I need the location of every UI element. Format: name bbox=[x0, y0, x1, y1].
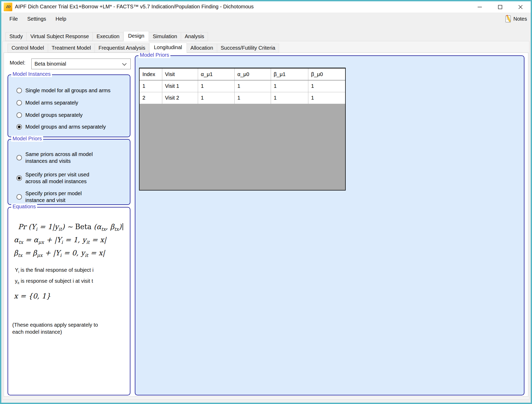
secondary-tab-strip: Control ModelTreatment ModelFrequentist … bbox=[8, 42, 279, 53]
menu-settings[interactable]: Settings bbox=[22, 13, 51, 25]
primary-tab-strip: StudyVirtual Subject ResponseExecutionDe… bbox=[5, 31, 208, 41]
radio-option-model-groups-and-arms-separate[interactable]: Model groups and arms separately bbox=[16, 123, 106, 130]
cell[interactable]: 1 bbox=[271, 80, 308, 92]
notes-label: Notes bbox=[513, 16, 527, 22]
radio-unselected-icon[interactable] bbox=[16, 155, 22, 160]
minimize-icon bbox=[477, 5, 482, 9]
model-dropdown-value: Beta binomial bbox=[34, 59, 66, 69]
group-title: Equations bbox=[11, 204, 37, 210]
column-header-1: β_μ1 bbox=[271, 68, 308, 80]
text-cursor bbox=[123, 223, 123, 230]
maximize-button[interactable] bbox=[490, 1, 510, 13]
radio-option-model-groups-separately[interactable]: Model groups separately bbox=[16, 112, 83, 118]
menu-items: FileSettingsHelp bbox=[5, 13, 71, 25]
column-header-index: Index bbox=[140, 68, 162, 80]
chevron-down-icon bbox=[122, 61, 127, 66]
table-row: 2Visit 21111 bbox=[140, 92, 345, 104]
equations-footer: (These equations apply separately toeach… bbox=[12, 321, 98, 336]
window-title: AIPF Dich Cancer Trial Ex1+Borrow +LM* -… bbox=[15, 1, 254, 13]
radio-option-single-model-for-all-groups-an[interactable]: Single model for all groups and arms bbox=[16, 87, 111, 94]
cell[interactable]: 1 bbox=[308, 80, 345, 92]
cell[interactable]: Visit 2 bbox=[162, 92, 198, 104]
group-title: Model Priors bbox=[11, 136, 43, 142]
radio-label: Specify priors per visit usedacross all … bbox=[25, 171, 89, 185]
radio-label: Same priors across all modelinstances an… bbox=[25, 151, 93, 164]
model-priors-options-group: Model Priors Same priors across all mode… bbox=[8, 139, 130, 205]
equation-beta: βtx = βμx + |Yi = 0, yit = x| bbox=[14, 249, 105, 257]
equation-note-visit-response: yit is response of subject i at visit t bbox=[15, 278, 93, 284]
tab-analysis[interactable]: Analysis bbox=[181, 32, 208, 41]
close-button[interactable] bbox=[510, 1, 531, 13]
close-icon bbox=[518, 5, 523, 9]
group-title: Model Instances bbox=[11, 71, 52, 77]
equation-alpha: αtx = αμx + |Yi = 1, yit = x| bbox=[14, 236, 106, 244]
tab-frequentist-analysis[interactable]: Frequentist Analysis bbox=[95, 44, 149, 53]
cell[interactable]: 2 bbox=[140, 92, 162, 104]
radio-option-specify-priors-per-model-insta[interactable]: Specify priors per modelinstance and vis… bbox=[16, 190, 82, 204]
titlebar: AIPF Dich Cancer Trial Ex1+Borrow +LM* -… bbox=[1, 1, 531, 13]
tab-success-futility-criteria[interactable]: Success/Futility Criteria bbox=[217, 44, 279, 53]
equation-beta-prior: Pr (Yi = 1|yit) ∼ Beta (αtx, βtx) bbox=[18, 223, 123, 231]
tab-virtual-subject-response[interactable]: Virtual Subject Response bbox=[27, 32, 93, 41]
menubar: FileSettingsHelp Notes bbox=[1, 13, 531, 25]
radio-label: Specify priors per modelinstance and vis… bbox=[25, 190, 82, 204]
tab-allocation[interactable]: Allocation bbox=[187, 44, 217, 53]
cell[interactable]: 1 bbox=[234, 92, 271, 104]
cell[interactable]: Visit 1 bbox=[162, 80, 198, 92]
column-header-1: α_μ1 bbox=[198, 68, 234, 80]
radio-option-same-priors-across-all-model-i[interactable]: Same priors across all modelinstances an… bbox=[16, 151, 93, 164]
equation-x-set: x = {0, 1} bbox=[14, 292, 51, 300]
cell[interactable]: 1 bbox=[308, 92, 345, 104]
radio-label: Single model for all groups and arms bbox=[25, 87, 111, 94]
tab-execution[interactable]: Execution bbox=[93, 32, 123, 41]
radio-option-specify-priors-per-visit-used[interactable]: Specify priors per visit usedacross all … bbox=[16, 171, 89, 185]
radio-label: Model groups separately bbox=[25, 112, 83, 118]
column-header-0: α_μ0 bbox=[234, 68, 271, 80]
table-row: 1Visit 11111 bbox=[140, 80, 345, 92]
menu-help[interactable]: Help bbox=[51, 13, 71, 25]
minimize-button[interactable] bbox=[470, 1, 490, 13]
cell[interactable]: 1 bbox=[198, 92, 234, 104]
cell[interactable]: 1 bbox=[140, 80, 162, 92]
header-row: IndexVisitα_μ1α_μ0β_μ1β_μ0 bbox=[140, 68, 345, 80]
tab-study[interactable]: Study bbox=[5, 32, 27, 41]
notes-icon bbox=[505, 15, 512, 23]
priors-grid: IndexVisitα_μ1α_μ0β_μ1β_μ0 1Visit 111112… bbox=[140, 68, 345, 104]
equation-note-final-response: Yi is the final response of subject i bbox=[15, 267, 94, 273]
column-header-0: β_μ0 bbox=[308, 68, 345, 80]
model-instances-group: Model Instances Single model for all gro… bbox=[8, 74, 130, 137]
radio-label: Model groups and arms separately bbox=[25, 123, 106, 130]
equations-group: Equations Pr (Yi = 1|yit) ∼ Beta (αtx, β… bbox=[8, 207, 130, 395]
tab-treatment-model[interactable]: Treatment Model bbox=[48, 44, 95, 53]
tab-longitudinal[interactable]: Longitudinal bbox=[149, 43, 187, 53]
group-title: Model Priors bbox=[138, 52, 170, 58]
model-label: Model: bbox=[10, 60, 25, 66]
radio-unselected-icon[interactable] bbox=[16, 194, 22, 200]
cell[interactable]: 1 bbox=[271, 92, 308, 104]
maximize-icon bbox=[498, 5, 502, 9]
cell[interactable]: 1 bbox=[198, 80, 234, 92]
model-priors-table: IndexVisitα_μ1α_μ0β_μ1β_μ0 1Visit 111112… bbox=[139, 68, 346, 191]
radio-unselected-icon[interactable] bbox=[16, 88, 22, 93]
radio-selected-icon[interactable] bbox=[16, 124, 22, 130]
tab-control-model[interactable]: Control Model bbox=[8, 44, 48, 53]
facts-window: AIPF Dich Cancer Trial Ex1+Borrow +LM* -… bbox=[0, 0, 532, 404]
column-header-visit: Visit bbox=[162, 68, 198, 80]
radio-unselected-icon[interactable] bbox=[16, 112, 22, 118]
radio-selected-icon[interactable] bbox=[16, 175, 22, 181]
radio-option-model-arms-separately[interactable]: Model arms separately bbox=[16, 99, 78, 106]
app-icon bbox=[4, 3, 12, 11]
radio-unselected-icon[interactable] bbox=[16, 100, 22, 106]
menu-file[interactable]: File bbox=[5, 13, 22, 25]
notes-button[interactable]: Notes bbox=[505, 13, 527, 25]
radio-label: Model arms separately bbox=[25, 99, 78, 106]
model-priors-table-group: Model Priors IndexVisitα_μ1α_μ0β_μ1β_μ0 … bbox=[135, 55, 524, 395]
tab-simulation[interactable]: Simulation bbox=[149, 32, 181, 41]
cell[interactable]: 1 bbox=[234, 80, 271, 92]
model-dropdown[interactable]: Beta binomial bbox=[31, 59, 131, 69]
tab-design[interactable]: Design bbox=[123, 31, 149, 41]
